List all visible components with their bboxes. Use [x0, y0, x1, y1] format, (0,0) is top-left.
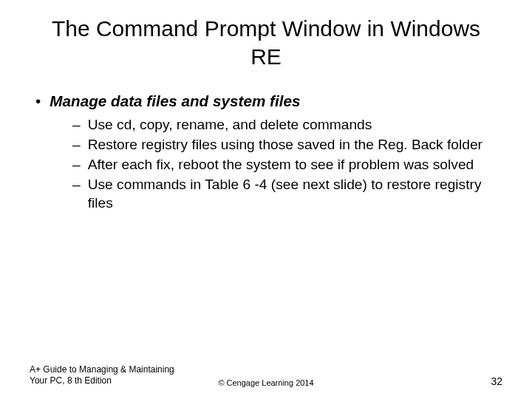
- slide: The Command Prompt Window in Windows RE …: [0, 0, 532, 399]
- sub-bullet-text: Use commands in Table 6 -4 (see next sli…: [88, 176, 502, 213]
- sub-bullet-marker: –: [72, 136, 81, 154]
- content-area: • Manage data files and system files – U…: [30, 92, 502, 213]
- sub-bullet-list: – Use cd, copy, rename, and delete comma…: [35, 116, 502, 213]
- slide-number: 32: [491, 375, 502, 387]
- sub-bullet-item: – Use cd, copy, rename, and delete comma…: [72, 116, 502, 134]
- sub-bullet-marker: –: [72, 156, 81, 174]
- footer-copyright: © Cengage Learning 2014: [218, 378, 313, 387]
- sub-bullet-text: After each fix, reboot the system to see…: [88, 156, 502, 174]
- main-bullet-text: Manage data files and system files: [50, 92, 300, 110]
- sub-bullet-item: – After each fix, reboot the system to s…: [72, 156, 502, 174]
- bullet-marker: •: [35, 92, 41, 110]
- sub-bullet-text: Restore registry files using those saved…: [88, 136, 502, 154]
- sub-bullet-marker: –: [72, 176, 81, 194]
- sub-bullet-item: – Restore registry files using those sav…: [72, 136, 502, 154]
- slide-footer: A+ Guide to Managing & Maintaining Your …: [30, 364, 502, 387]
- footer-left-text: A+ Guide to Managing & Maintaining Your …: [30, 364, 192, 387]
- sub-bullet-marker: –: [72, 116, 81, 134]
- slide-title: The Command Prompt Window in Windows RE: [30, 15, 502, 70]
- sub-bullet-text: Use cd, copy, rename, and delete command…: [88, 116, 502, 134]
- main-bullet: • Manage data files and system files: [35, 92, 502, 110]
- sub-bullet-item: – Use commands in Table 6 -4 (see next s…: [72, 176, 502, 213]
